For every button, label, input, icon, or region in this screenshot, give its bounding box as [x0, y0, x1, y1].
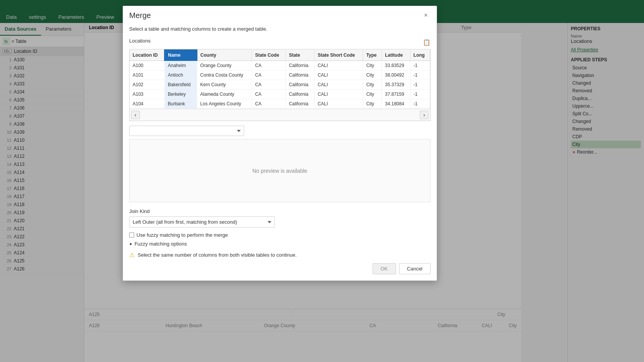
cell-name: Burbank — [164, 99, 197, 109]
merge-dialog: Merge × Select a table and matching colu… — [123, 6, 437, 281]
cell-long: -1 — [410, 90, 430, 99]
col-header-long[interactable]: Long — [410, 50, 430, 61]
fuzzy-options-row[interactable]: ► Fuzzy matching options — [129, 241, 430, 247]
fuzzy-checkbox-row: Use fuzzy matching to perform the merge — [129, 232, 430, 238]
cell-state: California — [286, 70, 314, 80]
cell-short-code: CALI — [314, 99, 363, 109]
warning-icon: ⚠ — [129, 251, 135, 259]
cell-state: California — [286, 61, 314, 70]
dialog-title: Merge — [129, 11, 151, 20]
table-label: Locations — [129, 38, 151, 44]
cell-location-id: A101 — [130, 70, 164, 80]
cell-state-code: CA — [252, 70, 286, 80]
cell-county: Kern County — [197, 80, 252, 90]
cell-state: California — [286, 99, 314, 109]
cell-state: California — [286, 80, 314, 90]
close-button[interactable]: × — [421, 11, 430, 20]
cell-latitude: 38.00492 — [382, 70, 410, 80]
cell-name: Anaheim — [164, 61, 197, 70]
cell-long: -1 — [410, 99, 430, 109]
cell-long: -1 — [410, 70, 430, 80]
second-table-select[interactable] — [129, 126, 244, 136]
fuzzy-options-arrow: ► — [129, 242, 133, 246]
cell-location-id: A102 — [130, 80, 164, 90]
cell-state-code: CA — [252, 80, 286, 90]
cell-state: California — [286, 90, 314, 99]
cell-latitude: 35.37329 — [382, 80, 410, 90]
cell-location-id: A104 — [130, 99, 164, 109]
cell-short-code: CALI — [314, 80, 363, 90]
dialog-titlebar: Merge × — [123, 6, 437, 23]
fuzzy-label: Use fuzzy matching to perform the merge — [136, 232, 228, 238]
cell-type: City — [363, 61, 382, 70]
fuzzy-options-label: Fuzzy matching options — [135, 241, 187, 247]
col-header-state[interactable]: State — [286, 50, 314, 61]
col-header-location-id[interactable]: Location ID — [130, 50, 164, 61]
cell-name: Antioch — [164, 70, 197, 80]
warning-text: Select the same number of columns from b… — [138, 252, 297, 258]
table-row[interactable]: A101 Antioch Contra Costa County CA Cali… — [130, 70, 430, 80]
ok-button[interactable]: OK — [373, 263, 396, 274]
dialog-subtitle: Select a table and matching columns to c… — [129, 26, 430, 32]
cell-name: Berkeley — [164, 90, 197, 99]
merge-table-container: Location ID Name County State Code State… — [129, 49, 430, 121]
cell-short-code: CALI — [314, 70, 363, 80]
warning-row: ⚠ Select the same number of columns from… — [129, 251, 430, 259]
cell-state-code: CA — [252, 90, 286, 99]
table-row[interactable]: A100 Anaheim Orange County CA California… — [130, 61, 430, 70]
join-select-wrapper: Left Outer (all from first, matching fro… — [129, 216, 430, 228]
table-row[interactable]: A103 Berkeley Alameda County CA Californ… — [130, 90, 430, 99]
export-icon[interactable]: 📋 — [423, 39, 430, 46]
cell-state-code: CA — [252, 99, 286, 109]
join-kind-label: Join Kind — [129, 208, 430, 214]
fuzzy-checkbox[interactable] — [129, 233, 134, 238]
dialog-buttons: OK Cancel — [129, 263, 430, 274]
cell-location-id: A100 — [130, 61, 164, 70]
cell-type: City — [363, 90, 382, 99]
cell-short-code: CALI — [314, 61, 363, 70]
join-kind-select[interactable]: Left Outer (all from first, matching fro… — [129, 216, 275, 228]
cell-county: Alameda County — [197, 90, 252, 99]
dialog-body: Select a table and matching columns to c… — [123, 23, 437, 280]
nav-right-button[interactable]: › — [420, 111, 429, 119]
cell-long: -1 — [410, 80, 430, 90]
cell-county: Orange County — [197, 61, 252, 70]
no-preview-text: No preview is available — [252, 168, 307, 174]
cell-short-code: CALI — [314, 90, 363, 99]
table-nav: ‹ › — [130, 109, 430, 121]
cell-state-code: CA — [252, 61, 286, 70]
col-header-county[interactable]: County — [197, 50, 252, 61]
table-row[interactable]: A102 Bakersfield Kern County CA Californ… — [130, 80, 430, 90]
no-preview-area: No preview is available — [129, 139, 430, 202]
cell-long: -1 — [410, 61, 430, 70]
cancel-button[interactable]: Cancel — [399, 263, 430, 274]
merge-table: Location ID Name County State Code State… — [130, 49, 430, 109]
col-header-name[interactable]: Name — [164, 50, 197, 61]
second-table-row — [129, 126, 430, 136]
cell-location-id: A103 — [130, 90, 164, 99]
cell-type: City — [363, 70, 382, 80]
cell-latitude: 34.18084 — [382, 99, 410, 109]
cell-latitude: 33.83529 — [382, 61, 410, 70]
col-header-short-code[interactable]: State Short Code — [314, 50, 363, 61]
cell-latitude: 37.87159 — [382, 90, 410, 99]
col-header-type[interactable]: Type — [363, 50, 382, 61]
cell-county: Los Angeles County — [197, 99, 252, 109]
table-row[interactable]: A104 Burbank Los Angeles County CA Calif… — [130, 99, 430, 109]
cell-type: City — [363, 99, 382, 109]
col-header-state-code[interactable]: State Code — [252, 50, 286, 61]
nav-left-button[interactable]: ‹ — [131, 111, 140, 119]
cell-name: Bakersfield — [164, 80, 197, 90]
cell-type: City — [363, 80, 382, 90]
col-header-latitude[interactable]: Latitude — [382, 50, 410, 61]
cell-county: Contra Costa County — [197, 70, 252, 80]
